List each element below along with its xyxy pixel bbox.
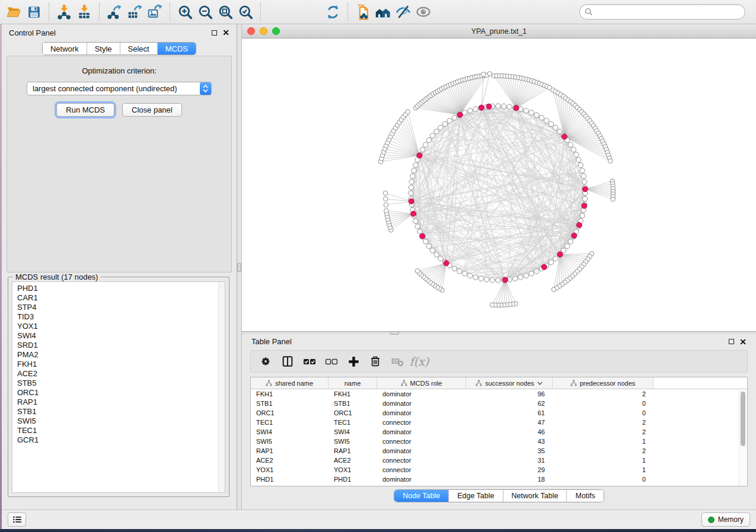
settings-gear-icon[interactable] <box>257 352 275 370</box>
mcds-node-item[interactable]: CAR1 <box>17 293 218 303</box>
function-builder-icon: f(x) <box>410 352 428 370</box>
zoom-in-icon[interactable] <box>175 2 195 22</box>
network-window-titlebar[interactable]: YPA_prune.txt_1 <box>242 24 756 39</box>
table-row[interactable]: PHD1PHD1dominator180 <box>251 475 747 484</box>
mcds-node-item[interactable]: STP4 <box>17 303 218 312</box>
show-all-icon[interactable] <box>413 2 433 22</box>
table-row[interactable]: STB1STB1dominator620 <box>251 399 747 408</box>
zoom-fit-icon[interactable] <box>215 2 235 22</box>
select-all-icon[interactable] <box>301 352 318 370</box>
table-row[interactable]: SWI4SWI4dominator462 <box>251 427 747 437</box>
import-network-icon[interactable] <box>54 2 74 22</box>
table-cell: SWI5 <box>251 438 328 445</box>
splitter-handle[interactable] <box>390 331 399 335</box>
mcds-list-scrollbar[interactable] <box>218 282 225 492</box>
mcds-node-item[interactable]: SRD1 <box>17 341 218 350</box>
mcds-node-item[interactable]: ACE2 <box>17 369 218 379</box>
column-header-successor-nodes[interactable]: successor nodes <box>466 377 553 389</box>
table-scrollbar[interactable] <box>739 390 747 485</box>
column-header-shared-name[interactable]: shared name <box>251 377 328 389</box>
horizontal-splitter[interactable] <box>242 332 756 334</box>
search-box[interactable] <box>579 4 745 20</box>
mcds-node-item[interactable]: PHD1 <box>17 284 218 293</box>
tab-motifs[interactable]: Motifs <box>566 490 603 502</box>
main-toolbar <box>0 0 756 24</box>
save-session-icon[interactable] <box>24 2 44 22</box>
tab-style[interactable]: Style <box>87 43 120 55</box>
tab-node-table[interactable]: Node Table <box>394 490 448 502</box>
table-cell: dominator <box>377 476 466 483</box>
table-cell: dominator <box>377 390 466 398</box>
table-cell: connector <box>377 457 466 464</box>
mcds-result-list: PHD1CAR1STP4TID3YOX1SWI4SRD1PMA2FKH1ACE2… <box>12 282 218 492</box>
table-row[interactable]: ACE2ACE2connector311 <box>251 456 747 465</box>
network-window: YPA_prune.txt_1 <box>242 24 756 332</box>
table-row[interactable]: FKH1FKH1dominator962 <box>251 389 747 399</box>
deselect-all-icon[interactable] <box>323 352 340 370</box>
close-panel-icon[interactable]: ✕ <box>739 339 747 345</box>
close-panel-button[interactable]: Close panel <box>122 103 182 117</box>
tab-select[interactable]: Select <box>120 43 157 55</box>
clone-network-icon[interactable] <box>353 2 373 22</box>
first-neighbors-icon[interactable] <box>373 2 393 22</box>
network-canvas[interactable] <box>242 39 756 331</box>
vertical-splitter[interactable] <box>237 24 242 509</box>
mcds-node-item[interactable]: SWI4 <box>17 331 218 341</box>
toolbar-separator <box>49 3 49 21</box>
tab-network[interactable]: Network <box>43 43 87 55</box>
table-cell: ACE2 <box>251 457 328 464</box>
mcds-node-item[interactable]: PMA2 <box>17 350 218 360</box>
criterion-dropdown[interactable]: largest connected component (undirected) <box>27 82 212 95</box>
table-row[interactable]: TEC1TEC1connector472 <box>251 418 747 427</box>
table-cell: dominator <box>377 428 466 435</box>
memory-button[interactable]: Memory <box>701 512 750 527</box>
column-header-MCDS-role[interactable]: MCDS role <box>377 377 466 389</box>
open-file-icon[interactable] <box>4 2 24 22</box>
table-cell: ORC1 <box>328 409 377 416</box>
scrollbar-thumb[interactable] <box>741 392 745 446</box>
mcds-node-item[interactable]: FKH1 <box>17 360 218 369</box>
mcds-node-item[interactable]: GCR1 <box>17 435 218 445</box>
mcds-node-item[interactable]: TEC1 <box>17 426 218 435</box>
mcds-node-item[interactable]: STB1 <box>17 407 218 416</box>
search-input[interactable] <box>593 7 740 17</box>
mcds-node-item[interactable]: SWI5 <box>17 416 218 426</box>
show-column-icon[interactable] <box>279 352 296 370</box>
hide-selected-icon[interactable] <box>393 2 413 22</box>
tab-network-table[interactable]: Network Table <box>503 490 567 502</box>
column-header-filler <box>653 377 747 389</box>
mcds-node-item[interactable]: YOX1 <box>17 322 218 331</box>
shared-attribute-icon <box>476 380 482 386</box>
table-cell: PHD1 <box>251 476 328 483</box>
export-network-icon[interactable] <box>104 2 125 22</box>
tab-edge-table[interactable]: Edge Table <box>448 490 502 502</box>
table-row[interactable]: YOX1YOX1connector291 <box>251 465 747 475</box>
mcds-node-item[interactable]: RAP1 <box>17 398 218 407</box>
mcds-node-item[interactable]: ORC1 <box>17 388 218 398</box>
import-table-icon[interactable] <box>74 2 94 22</box>
dropdown-stepper-icon[interactable] <box>200 82 211 95</box>
export-image-icon[interactable] <box>145 2 165 22</box>
mcds-node-item[interactable]: STB5 <box>17 379 218 388</box>
float-panel-icon[interactable] <box>212 30 217 36</box>
splitter-handle[interactable] <box>237 263 241 272</box>
close-panel-icon[interactable]: ✕ <box>222 30 229 36</box>
table-row[interactable]: RAP1RAP1dominator352 <box>251 446 747 456</box>
application-window: Control Panel ✕ NetworkStyleSelectMCDS O… <box>0 0 756 529</box>
add-row-icon[interactable] <box>344 352 362 370</box>
column-header-predecessor-nodes[interactable]: predecessor nodes <box>553 377 653 389</box>
float-panel-icon[interactable] <box>729 339 734 344</box>
apply-layout-icon[interactable] <box>323 2 343 22</box>
shared-attribute-icon <box>266 380 272 386</box>
column-header-name[interactable]: name <box>328 377 377 389</box>
task-history-button[interactable] <box>8 512 26 527</box>
zoom-selected-icon[interactable] <box>235 2 256 22</box>
mcds-node-item[interactable]: TID3 <box>17 312 218 322</box>
table-row[interactable]: SWI5SWI5connector431 <box>251 437 747 446</box>
tab-mcds[interactable]: MCDS <box>157 43 196 55</box>
delete-row-icon[interactable] <box>366 352 384 370</box>
export-table-icon[interactable] <box>125 2 145 22</box>
table-row[interactable]: ORC1ORC1dominator610 <box>251 408 747 418</box>
zoom-out-icon[interactable] <box>195 2 215 22</box>
run-mcds-button[interactable]: Run MCDS <box>56 103 114 117</box>
